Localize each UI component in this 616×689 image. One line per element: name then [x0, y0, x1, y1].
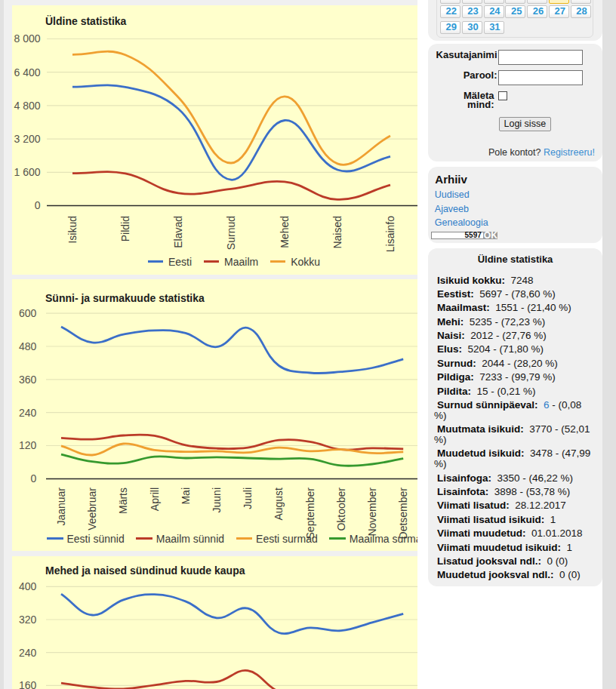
svg-text:Pildid: Pildid — [119, 216, 131, 241]
svg-text:Detsember: Detsember — [397, 488, 409, 540]
svg-text:Juuli: Juuli — [242, 488, 254, 509]
svg-text:Elavad: Elavad — [172, 216, 184, 248]
svg-text:September: September — [304, 488, 316, 540]
svg-text:Isikud: Isikud — [66, 216, 79, 244]
svg-text:0: 0 — [35, 199, 41, 211]
svg-text:August: August — [273, 488, 285, 521]
svg-text:Lisainfo: Lisainfo — [384, 216, 396, 252]
svg-text:Aprill: Aprill — [149, 488, 161, 511]
svg-text:120: 120 — [19, 439, 37, 451]
svg-text:Jaanuar: Jaanuar — [55, 488, 67, 526]
svg-text:400: 400 — [19, 580, 37, 592]
svg-text:360: 360 — [19, 374, 37, 386]
svg-text:8 000: 8 000 — [14, 32, 40, 45]
svg-text:4 800: 4 800 — [14, 100, 40, 112]
svg-text:320: 320 — [19, 614, 37, 626]
svg-text:600: 600 — [19, 307, 37, 319]
svg-text:240: 240 — [19, 407, 37, 419]
svg-text:Juuni: Juuni — [211, 488, 223, 512]
svg-text:Veebruar: Veebruar — [86, 488, 98, 531]
svg-text:1 600: 1 600 — [14, 166, 40, 178]
svg-text:Naised: Naised — [331, 216, 343, 249]
svg-text:160: 160 — [19, 679, 37, 689]
svg-text:6 400: 6 400 — [14, 66, 40, 78]
svg-text:Mai: Mai — [180, 488, 192, 505]
svg-text:Märts: Märts — [117, 488, 129, 514]
svg-text:480: 480 — [19, 340, 37, 352]
svg-text:November: November — [366, 488, 378, 537]
svg-text:0: 0 — [31, 472, 37, 484]
svg-text:Mehed: Mehed — [279, 216, 291, 248]
svg-text:Surnud: Surnud — [225, 216, 237, 250]
svg-text:Oktoober: Oktoober — [335, 488, 347, 531]
svg-text:3 200: 3 200 — [14, 133, 40, 145]
svg-text:240: 240 — [19, 647, 37, 659]
